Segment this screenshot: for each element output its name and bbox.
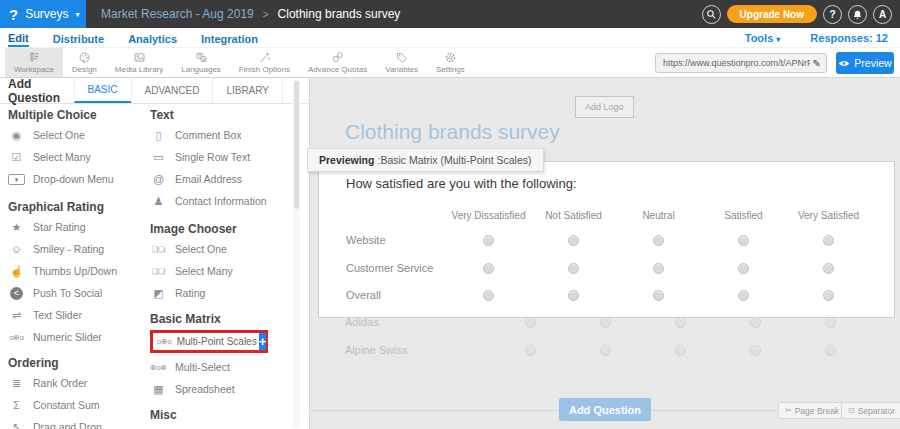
qtype-push-to-social[interactable]: <Push To Social [8, 282, 142, 304]
qtype-multi-select[interactable]: ⊗o⊗Multi-Select [150, 356, 292, 378]
qtype-comment-box[interactable]: ▯Comment Box [150, 124, 292, 146]
toolbar-variables[interactable]: Variables [376, 48, 427, 77]
breadcrumb-parent[interactable]: Market Research - Aug 2019 [101, 7, 254, 21]
radio-button [600, 317, 611, 328]
add-logo-button[interactable]: Add Logo [575, 96, 634, 118]
scale-very-satisfied: Very Satisfied [786, 210, 871, 221]
radio-button[interactable] [823, 235, 834, 246]
radio-button [600, 345, 611, 356]
image-frames-icon: ❏❏ [150, 245, 167, 254]
qtype-select-many[interactable]: ☑Select Many [8, 146, 142, 168]
qtype-image-select-many[interactable]: ❏❏Select Many [150, 260, 292, 282]
radio-button[interactable] [568, 235, 579, 246]
survey-title: Clothing brands survey [345, 120, 560, 144]
scale-satisfied: Satisfied [701, 210, 786, 221]
search-button[interactable] [702, 5, 721, 24]
qtype-star-rating[interactable]: ★Star Rating [8, 216, 142, 238]
qtype-drop-down-menu[interactable]: ▾Drop-down Menu [8, 168, 142, 190]
radio-button[interactable] [653, 235, 664, 246]
qtype-thumbs-up-down[interactable]: ☝Thumbs Up/Down [8, 260, 142, 282]
radio-button[interactable] [738, 290, 749, 301]
panel-scrollbar[interactable] [293, 80, 300, 427]
questionpro-logo-icon: ? [9, 7, 18, 22]
nav-distribute[interactable]: Distribute [53, 30, 104, 46]
toolbar-workspace[interactable]: Workspace [5, 48, 63, 77]
radio-button[interactable] [483, 235, 494, 246]
toolbar-media-library[interactable]: Media Library [106, 48, 172, 77]
radio-button[interactable] [653, 263, 664, 274]
toolbar-settings[interactable]: Settings [427, 48, 474, 77]
qtype-contact-information[interactable]: ♟Contact Information [150, 190, 292, 212]
qtype-constant-sum[interactable]: ΣConstant Sum [8, 394, 142, 416]
qtype-drag-and-drop[interactable]: ↖Drag and Drop [8, 416, 142, 429]
qtype-text-slider[interactable]: ⇌Text Slider [8, 304, 142, 326]
toolbar-languages[interactable]: A Languages [172, 48, 230, 77]
eye-icon [838, 59, 850, 68]
nav-analytics[interactable]: Analytics [128, 30, 177, 46]
qtype-date-time[interactable]: ▤Date / Time [150, 424, 292, 429]
question-preview-card: How satisfied are you with the following… [318, 161, 895, 318]
qtype-single-row-text[interactable]: ▭Single Row Text [150, 146, 292, 168]
radio-button[interactable] [483, 263, 494, 274]
qtype-image-rating[interactable]: ◩Rating [150, 282, 292, 304]
nav-integration[interactable]: Integration [201, 30, 258, 46]
radio-button[interactable] [738, 263, 749, 274]
main-nav: Edit Distribute Analytics Integration To… [0, 28, 900, 48]
page-break-button[interactable]: ✂ Page Break [778, 402, 846, 419]
grid-icon: ▦ [150, 383, 167, 396]
dropdown-icon: ▾ [8, 174, 25, 185]
section-graphical-rating: Graphical Rating [8, 200, 142, 216]
row-label: Overall [346, 289, 446, 301]
multi-point-icon: o⊕o [157, 337, 172, 346]
avatar[interactable]: A [873, 5, 892, 24]
survey-url-input[interactable] [663, 58, 810, 68]
survey-url-field[interactable]: ✎ [655, 53, 827, 73]
qtype-multi-point-scales[interactable]: o⊕o Multi-Point Scales [153, 333, 259, 350]
separator-button[interactable]: ⊡ Separator [841, 402, 900, 419]
scrollbar-thumb[interactable] [294, 81, 299, 209]
responses-count[interactable]: Responses: 12 [810, 32, 888, 44]
gear-icon [444, 51, 457, 64]
toolbar-advance-quotas[interactable]: Advance Quotas [299, 48, 376, 77]
radio-button [825, 317, 836, 328]
nav-edit[interactable]: Edit [8, 29, 29, 47]
qtype-select-one[interactable]: ◉Select One [8, 124, 142, 146]
qtype-email-address[interactable]: @Email Address [150, 168, 292, 190]
qtype-image-select-one[interactable]: ❏❏Select One [150, 238, 292, 260]
brand-menu[interactable]: ? Surveys ▾ [0, 0, 86, 28]
notifications-button[interactable] [848, 5, 867, 24]
radio-button[interactable] [823, 290, 834, 301]
tab-basic[interactable]: BASIC [74, 78, 131, 103]
edit-url-icon[interactable]: ✎ [813, 58, 821, 69]
toolbar-design[interactable]: Design [63, 48, 106, 77]
radio-button[interactable] [483, 290, 494, 301]
tab-library[interactable]: LIBRARY [212, 78, 282, 103]
translate-icon: A [195, 51, 208, 64]
qtype-rank-order[interactable]: ≣Rank Order [8, 372, 142, 394]
add-question-button[interactable]: Add Question [559, 398, 651, 421]
section-ordering: Ordering [8, 356, 142, 372]
help-button[interactable]: ? [823, 5, 842, 24]
workspace-icon [27, 51, 40, 64]
qtype-numeric-slider[interactable]: o⊕oNumeric Slider [8, 326, 142, 348]
section-basic-matrix: Basic Matrix [150, 312, 292, 328]
add-multi-point-scales-button[interactable]: + [259, 333, 267, 350]
qtype-smiley-rating[interactable]: ☺Smiley - Rating [8, 238, 142, 260]
toolbar-finish-options[interactable]: Finish Options [230, 48, 299, 77]
checkbox-list-icon: ☑ [8, 151, 25, 164]
upgrade-now-button[interactable]: Upgrade Now [727, 5, 817, 23]
radio-button [675, 317, 686, 328]
radio-button[interactable] [568, 290, 579, 301]
preview-button[interactable]: Preview [836, 52, 894, 74]
drag-cursor-icon: ↖ [8, 421, 25, 429]
radio-button [750, 317, 761, 328]
radio-button[interactable] [823, 263, 834, 274]
tools-menu[interactable]: Tools ▾ [745, 32, 781, 44]
radio-button[interactable] [568, 263, 579, 274]
row-label: Customer Service [346, 262, 446, 274]
qtype-spreadsheet[interactable]: ▦Spreadsheet [150, 378, 292, 400]
tab-advanced[interactable]: ADVANCED [131, 78, 213, 103]
radio-button[interactable] [738, 235, 749, 246]
search-icon [706, 9, 717, 20]
radio-button[interactable] [653, 290, 664, 301]
